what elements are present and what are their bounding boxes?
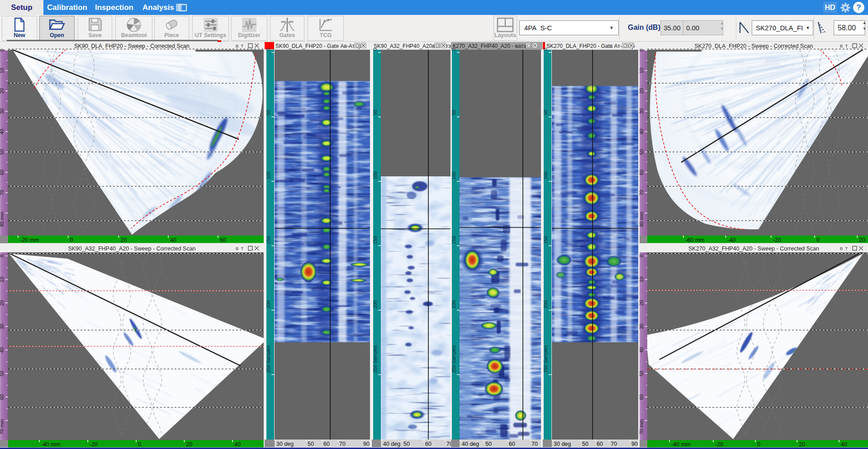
svg-text:20: 20 bbox=[799, 441, 805, 448]
svg-text:60: 60 bbox=[597, 441, 603, 447]
svg-text:20: 20 bbox=[186, 441, 193, 448]
svg-text:0: 0 bbox=[372, 48, 378, 51]
svg-text:150: 150 bbox=[266, 236, 271, 244]
svg-text:B T: B T bbox=[840, 43, 848, 48]
svg-text:60: 60 bbox=[639, 394, 644, 400]
svg-text:-20: -20 bbox=[90, 441, 98, 448]
svg-text:100: 100 bbox=[266, 171, 271, 180]
svg-text:150: 150 bbox=[451, 236, 456, 244]
svg-text:40: 40 bbox=[841, 441, 847, 448]
svg-text:150: 150 bbox=[543, 236, 548, 244]
svg-text:60: 60 bbox=[639, 170, 644, 175]
svg-text:200: 200 bbox=[543, 300, 548, 308]
svg-text:50: 50 bbox=[543, 110, 548, 115]
svg-text:40: 40 bbox=[0, 129, 5, 134]
svg-text:40: 40 bbox=[234, 441, 241, 448]
svg-text:80 mm: 80 mm bbox=[639, 212, 644, 227]
svg-text:-40 mm: -40 mm bbox=[671, 441, 690, 448]
svg-text:50: 50 bbox=[372, 110, 378, 115]
svg-text:60: 60 bbox=[0, 394, 5, 400]
svg-text:-40: -40 bbox=[728, 237, 736, 243]
svg-text:200: 200 bbox=[266, 300, 271, 308]
svg-text:50: 50 bbox=[308, 441, 314, 447]
svg-text:80 mm: 80 mm bbox=[0, 212, 5, 227]
svg-text:70: 70 bbox=[531, 441, 538, 447]
svg-text:0: 0 bbox=[816, 237, 820, 243]
svg-text:0: 0 bbox=[70, 237, 73, 243]
svg-text:40: 40 bbox=[0, 347, 5, 353]
svg-text:20: 20 bbox=[121, 237, 127, 243]
svg-text:SK270_DLA_FHP20 - Sweep - Corr: SK270_DLA_FHP20 - Sweep - Corrected Scan bbox=[695, 43, 813, 49]
svg-text:30 deg: 30 deg bbox=[554, 441, 571, 447]
svg-text:B T: B T bbox=[236, 43, 244, 48]
svg-text:20: 20 bbox=[0, 88, 5, 94]
svg-text:10: 10 bbox=[639, 68, 644, 73]
svg-text:0: 0 bbox=[266, 48, 271, 51]
svg-text:0: 0 bbox=[757, 441, 760, 448]
svg-text:50: 50 bbox=[0, 371, 5, 376]
svg-text:30 deg: 30 deg bbox=[276, 441, 294, 447]
svg-text:100: 100 bbox=[451, 171, 456, 180]
svg-text:20: 20 bbox=[0, 300, 5, 306]
svg-text:20: 20 bbox=[859, 237, 865, 243]
svg-text:90: 90 bbox=[631, 441, 638, 447]
svg-text:SK90_DLA_FHP20 - Gate Ав-Атмр: SK90_DLA_FHP20 - Gate Ав-Атмр bbox=[275, 43, 361, 49]
svg-text:0: 0 bbox=[0, 255, 5, 257]
svg-text:-20: -20 bbox=[715, 441, 723, 448]
svg-text:-20 mm: -20 mm bbox=[20, 237, 39, 243]
svg-text:SK90_A32_FHP40_A20 - Sweep - C: SK90_A32_FHP40_A20 - Sweep - Corrected S… bbox=[68, 246, 195, 252]
svg-text:90: 90 bbox=[363, 441, 370, 447]
svg-text:К270_A32_FHP40_A20 - ватэ: К270_A32_FHP40_A20 - ватэ bbox=[453, 43, 526, 49]
svg-text:0: 0 bbox=[0, 49, 5, 52]
svg-text:B T: B T bbox=[840, 246, 848, 251]
svg-text:SK270_A32_FHP40_A20 - Sweep -: SK270_A32_FHP40_A20 - Sweep - Corrected … bbox=[688, 246, 819, 252]
svg-text:60: 60 bbox=[0, 170, 5, 175]
svg-text:200: 200 bbox=[451, 300, 456, 308]
svg-text:250 Samples: 250 Samples bbox=[543, 345, 548, 373]
svg-text:0: 0 bbox=[639, 49, 644, 52]
svg-text:30: 30 bbox=[0, 324, 5, 329]
svg-text:50: 50 bbox=[451, 110, 456, 115]
svg-text:40: 40 bbox=[639, 347, 644, 353]
svg-text:20: 20 bbox=[639, 88, 644, 94]
svg-text:60: 60 bbox=[425, 441, 432, 447]
svg-text:-40 mm: -40 mm bbox=[41, 441, 60, 448]
svg-text:50: 50 bbox=[0, 149, 5, 155]
svg-text:50: 50 bbox=[485, 441, 492, 447]
svg-text:50: 50 bbox=[403, 441, 410, 447]
svg-text:250 Samples: 250 Samples bbox=[451, 345, 456, 373]
svg-text:30: 30 bbox=[639, 324, 644, 329]
svg-text:0: 0 bbox=[138, 441, 141, 448]
svg-text:SK270_DLA_FHP20 - Gatв Ат-Атмр: SK270_DLA_FHP20 - Gatв Ат-Атмр bbox=[546, 43, 635, 49]
svg-text:250 Samples: 250 Samples bbox=[372, 345, 378, 373]
svg-text:10: 10 bbox=[0, 68, 5, 73]
svg-text:30: 30 bbox=[0, 109, 5, 114]
svg-text:50: 50 bbox=[639, 371, 644, 376]
svg-text:30: 30 bbox=[639, 109, 644, 114]
svg-text:200: 200 bbox=[372, 300, 378, 308]
svg-text:100: 100 bbox=[543, 171, 548, 180]
svg-text:250 Samples: 250 Samples bbox=[266, 345, 271, 373]
svg-text:0: 0 bbox=[451, 48, 456, 51]
svg-text:70: 70 bbox=[339, 441, 346, 447]
svg-text:70: 70 bbox=[0, 190, 5, 195]
svg-text:70 mm: 70 mm bbox=[0, 419, 5, 435]
svg-text:B T: B T bbox=[236, 246, 244, 251]
svg-text:50: 50 bbox=[266, 110, 271, 115]
svg-text:-60 mm: -60 mm bbox=[685, 237, 704, 243]
svg-text:0: 0 bbox=[543, 48, 548, 51]
svg-text:40 deg: 40 deg bbox=[383, 441, 400, 447]
svg-text:40: 40 bbox=[639, 129, 644, 134]
svg-text:50: 50 bbox=[639, 149, 644, 155]
svg-text:70 mm: 70 mm bbox=[639, 419, 644, 435]
svg-text:60: 60 bbox=[323, 441, 330, 447]
svg-text:60: 60 bbox=[220, 237, 226, 243]
svg-text:70: 70 bbox=[639, 190, 644, 195]
svg-text:70: 70 bbox=[611, 441, 617, 447]
svg-text:-20: -20 bbox=[773, 237, 781, 243]
svg-text:100: 100 bbox=[372, 171, 378, 180]
svg-text:0: 0 bbox=[639, 255, 644, 257]
svg-text:SK90_DLA_FHP20 - Sweep - Corre: SK90_DLA_FHP20 - Sweep - Corrected Scan bbox=[74, 43, 190, 49]
svg-text:150: 150 bbox=[372, 236, 378, 244]
svg-text:40 deg: 40 deg bbox=[462, 441, 479, 447]
